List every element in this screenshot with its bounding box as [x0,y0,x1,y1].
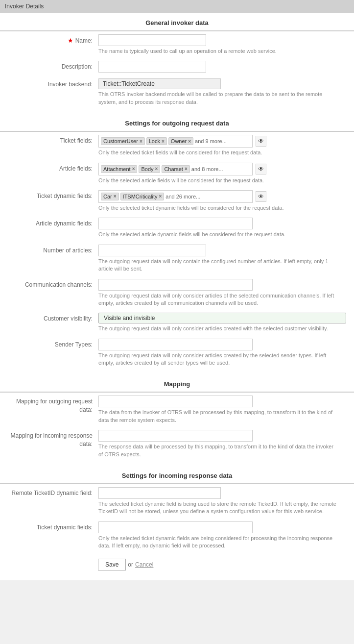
invoker-backend-row: Invoker backend: Ticket::TicketCreate Th… [0,75,354,109]
invoker-backend-label: Invoker backend: [8,78,98,89]
section-general-title: General invoker data [0,13,354,31]
article-fields-help: Only the selected article fields will be… [98,177,338,184]
comm-channels-help: The outgoing request data will only cons… [98,292,338,307]
ticket-fields-input[interactable]: CustomerUser × Lock × Owner × and 9 more… [98,135,253,148]
sender-types-row: Sender Types: The outgoing request data … [0,336,354,370]
remove-customeruser-icon[interactable]: × [140,139,142,144]
remote-ticketid-input[interactable] [98,487,221,499]
name-row: ★ Name: The name is typically used to ca… [0,31,354,58]
remove-car-icon[interactable]: × [114,194,117,199]
remove-charset-icon[interactable]: × [185,166,188,172]
name-control-wrap: The name is typically used to call up an… [98,34,346,55]
article-fields-tag-charset[interactable]: Charset × [162,165,189,173]
ticket-fields-more[interactable]: and 9 more... [195,138,227,144]
remove-lock-icon[interactable]: × [162,139,165,144]
mapping-outgoing-row: Mapping for outgoing request data: The d… [0,393,354,427]
invoker-backend-help: This OTRS invoker backend module will be… [98,91,338,106]
customer-visibility-label: Customer visibility: [8,313,98,323]
remote-ticketid-control-wrap: The selected ticket dynamic field is bei… [98,487,346,516]
mapping-incoming-row: Mapping for incoming response data: The … [0,427,354,461]
remove-itsm-icon[interactable]: × [159,194,162,199]
customer-visibility-help: The outgoing request data will only cons… [98,325,338,332]
description-row: Description: [0,58,354,75]
article-fields-more[interactable]: and 8 more... [191,166,223,172]
ticket-dynamic-eye-icon[interactable]: 👁 [256,191,266,202]
comm-channels-row: Communication channels: The outgoing req… [0,276,354,310]
sender-types-help: The outgoing request data will only cons… [98,352,338,367]
ticket-dynamic-fields-control-wrap: Car × ITSMCriticality × and 26 more... 👁… [98,190,346,212]
section-mapping-title: Mapping [0,374,354,392]
article-fields-eye-icon[interactable]: 👁 [256,164,266,174]
cancel-link[interactable]: Cancel [135,561,153,568]
article-fields-tag-body[interactable]: Body × [139,165,160,173]
article-fields-input[interactable]: Attachment × Body × Charset × and 8 more… [98,163,253,175]
mapping-incoming-label: Mapping for incoming response data: [8,430,98,448]
ticket-fields-help: Only the selected ticket fields will be … [98,149,338,156]
section-outgoing-title: Settings for outgoing request data [0,114,354,131]
mapping-outgoing-label: Mapping for outgoing request data: [8,396,98,414]
incoming-ticket-dynamic-control-wrap: Only the selected ticket dynamic fields … [98,521,346,550]
ticket-dynamic-tag-car[interactable]: Car × [101,193,119,200]
ticket-fields-tag-customeruser[interactable]: CustomerUser × [101,137,145,145]
remove-body-icon[interactable]: × [155,166,158,172]
bottom-actions: Save or Cancel [0,553,354,580]
num-articles-label: Number of articles: [8,245,98,255]
comm-channels-input[interactable] [98,279,253,291]
description-control-wrap [98,61,346,73]
article-dynamic-fields-label: Article dynamic fields: [8,218,98,228]
name-label: ★ Name: [8,34,98,45]
or-text: or [128,561,133,568]
article-dynamic-fields-row: Article dynamic fields: Only the selecte… [0,215,354,241]
incoming-ticket-dynamic-label: Ticket dynamic fields: [8,521,98,532]
remove-owner-icon[interactable]: × [188,139,191,144]
ticket-fields-row: Ticket fields: CustomerUser × Lock × Own… [0,132,354,159]
customer-visibility-value[interactable]: Visible and invisible [98,313,346,323]
num-articles-help: The outgoing request data will only cont… [98,258,338,273]
name-required: ★ [68,37,73,44]
mapping-incoming-input[interactable] [98,430,253,442]
description-input[interactable] [98,61,206,73]
ticket-fields-tag-owner[interactable]: Owner × [168,137,193,145]
article-fields-row: Article fields: Attachment × Body × Char… [0,160,354,187]
ticket-dynamic-fields-label: Ticket dynamic fields: [8,190,98,200]
name-input[interactable] [98,34,206,46]
sender-types-control-wrap: The outgoing request data will only cons… [98,339,346,367]
remote-ticketid-label: Remote TicketID dynamic field: [8,487,98,497]
page-header: Invoker Details [0,0,354,13]
article-dynamic-fields-control-wrap: Only the selected article dynamic fields… [98,218,346,238]
sender-types-label: Sender Types: [8,339,98,349]
article-dynamic-help: Only the selected article dynamic fields… [98,231,338,238]
article-fields-tag-attachment[interactable]: Attachment × [101,165,137,173]
ticket-fields-label: Ticket fields: [8,135,98,145]
section-incoming-title: Settings for incoming response data [0,466,354,484]
article-fields-control-wrap: Attachment × Body × Charset × and 8 more… [98,163,346,184]
remove-attachment-icon[interactable]: × [132,166,135,172]
ticket-dynamic-fields-row: Ticket dynamic fields: Car × ITSMCritica… [0,187,354,215]
ticket-dynamic-tag-itsm[interactable]: ITSMCriticality × [120,193,165,200]
remote-ticketid-row: Remote TicketID dynamic field: The selec… [0,484,354,519]
customer-visibility-row: Customer visibility: Visible and invisib… [0,310,354,335]
ticket-fields-tag-lock[interactable]: Lock × [146,137,167,145]
mapping-outgoing-control-wrap: The data from the invoker of OTRS will b… [98,396,346,424]
incoming-ticket-dynamic-help: Only the selected ticket dynamic fields … [98,535,338,550]
ticket-dynamic-more[interactable]: and 26 more... [165,194,200,199]
sender-types-input[interactable] [98,339,253,350]
num-articles-input[interactable] [98,245,206,256]
save-button[interactable]: Save [98,559,126,570]
remote-ticketid-help: The selected ticket dynamic field is bei… [98,500,338,516]
ticket-dynamic-fields-input[interactable]: Car × ITSMCriticality × and 26 more... [98,190,253,203]
mapping-incoming-help: The response data will be processed by t… [98,443,338,458]
num-articles-control-wrap: The outgoing request data will only cont… [98,245,346,273]
main-content: General invoker data ★ Name: The name is… [0,13,354,580]
page-title: Invoker Details [5,3,44,10]
mapping-incoming-control-wrap: The response data will be processed by t… [98,430,346,458]
invoker-backend-value: Ticket::TicketCreate [98,78,221,89]
comm-channels-label: Communication channels: [8,279,98,289]
mapping-outgoing-help: The data from the invoker of OTRS will b… [98,409,338,424]
num-articles-row: Number of articles: The outgoing request… [0,242,354,276]
ticket-fields-eye-icon[interactable]: 👁 [256,136,266,147]
mapping-outgoing-input[interactable] [98,396,253,407]
article-fields-label: Article fields: [8,163,98,173]
incoming-ticket-dynamic-input[interactable] [98,521,253,533]
article-dynamic-fields-input[interactable] [98,218,253,229]
